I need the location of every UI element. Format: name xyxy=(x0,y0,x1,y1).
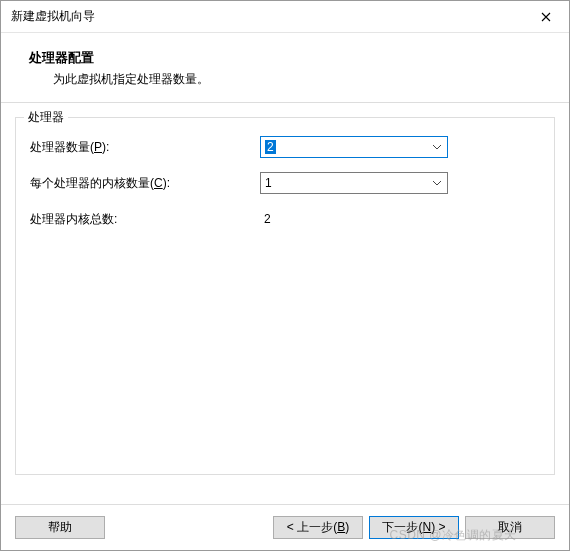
content-area: 处理器 处理器数量(P): 2 每个处理器的内核数量(C): 1 xyxy=(1,103,569,475)
label-processor-count: 处理器数量(P): xyxy=(30,139,260,156)
chevron-down-icon xyxy=(433,145,441,150)
cancel-button[interactable]: 取消 xyxy=(465,516,555,539)
combo-processor-count-value: 2 xyxy=(265,140,276,154)
close-button[interactable] xyxy=(525,2,567,32)
row-cores-per-processor: 每个处理器的内核数量(C): 1 xyxy=(30,172,540,194)
window-title: 新建虚拟机向导 xyxy=(11,8,95,25)
combo-cores-value: 1 xyxy=(265,176,272,190)
combo-cores-per-processor[interactable]: 1 xyxy=(260,172,448,194)
help-button[interactable]: 帮助 xyxy=(15,516,105,539)
wizard-header: 处理器配置 为此虚拟机指定处理器数量。 xyxy=(1,33,569,102)
page-title: 处理器配置 xyxy=(29,49,569,67)
page-subtitle: 为此虚拟机指定处理器数量。 xyxy=(29,71,569,88)
group-title: 处理器 xyxy=(24,109,68,126)
titlebar: 新建虚拟机向导 xyxy=(1,1,569,33)
chevron-down-icon xyxy=(433,181,441,186)
footer: 帮助 < 上一步(B) 下一步(N) > 取消 xyxy=(1,504,569,550)
combo-processor-count[interactable]: 2 xyxy=(260,136,448,158)
next-button[interactable]: 下一步(N) > xyxy=(369,516,459,539)
label-cores-per-processor: 每个处理器的内核数量(C): xyxy=(30,175,260,192)
row-total-cores: 处理器内核总数: 2 xyxy=(30,208,540,230)
value-total-cores: 2 xyxy=(260,212,271,226)
label-total-cores: 处理器内核总数: xyxy=(30,211,260,228)
close-icon xyxy=(541,12,551,22)
processors-group: 处理器 处理器数量(P): 2 每个处理器的内核数量(C): 1 xyxy=(15,117,555,475)
back-button[interactable]: < 上一步(B) xyxy=(273,516,363,539)
row-processor-count: 处理器数量(P): 2 xyxy=(30,136,540,158)
